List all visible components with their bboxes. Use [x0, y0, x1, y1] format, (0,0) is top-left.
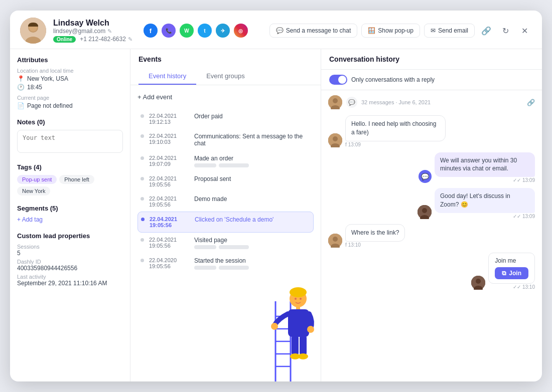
event-dot — [141, 177, 144, 180]
svg-rect-20 — [300, 335, 307, 355]
event-subtag — [219, 266, 249, 270]
reply-toggle[interactable] — [329, 75, 347, 85]
telegram-icon[interactable]: ✈ — [216, 24, 230, 38]
page-icon: 📄 — [17, 102, 25, 109]
event-item-made-order[interactable]: 22.04.202119:07:09 Made an order — [137, 151, 314, 171]
edit-email-icon[interactable]: ✎ — [107, 28, 112, 35]
session-messages: 32 messages · June 6, 2021 — [361, 99, 431, 105]
toggle-label: Only conversations with a reply — [351, 76, 435, 83]
msg-time-4: f 13:10 — [345, 242, 405, 248]
send-message-button[interactable]: 💬 Send a message to chat — [269, 24, 357, 38]
location-value: 📍 New York, USA — [17, 75, 123, 82]
viber-icon[interactable]: 📞 — [162, 24, 176, 38]
event-item-visited-page[interactable]: 22.04.202119:05:56 Visited page — [137, 233, 314, 253]
conversation-title: Conversation history — [329, 55, 399, 63]
svg-point-24 — [333, 98, 338, 103]
app-window: Lindsay Welch lindsey@gmail.com ✎ Online… — [10, 11, 542, 381]
tags-container: Pop-up sent Phone left New York — [17, 175, 123, 195]
event-dot — [141, 134, 144, 138]
add-event-button[interactable]: + Add event — [137, 90, 314, 104]
send-email-button[interactable]: ✉ Send email — [424, 24, 475, 38]
msg-time-3: ✓✓ 13:09 — [435, 214, 535, 219]
notes-input[interactable] — [17, 130, 123, 153]
segments-section: Segments (5) + Add tag — [17, 205, 123, 223]
whatsapp-icon[interactable]: W — [180, 24, 194, 38]
event-subtag — [194, 245, 216, 249]
join-icon: ⧉ — [502, 270, 506, 277]
session-link-icon[interactable]: 🔗 — [527, 99, 535, 106]
tag-phone-left[interactable]: Phone left — [59, 175, 94, 184]
event-dot — [141, 259, 144, 262]
tag-new-york[interactable]: New York — [17, 186, 50, 195]
event-subtag — [194, 163, 216, 167]
show-popup-button[interactable]: 🪟 Show pop-up — [361, 24, 420, 38]
svg-point-36 — [476, 279, 481, 284]
link-icon[interactable]: 🔗 — [479, 23, 494, 38]
sidebar: Attributes Location and local time 📍 New… — [10, 49, 130, 381]
svg-point-14 — [300, 298, 302, 300]
event-subtag — [219, 163, 249, 167]
current-page-value: 📄 Page not defined — [17, 102, 123, 109]
toggle-thumb — [338, 76, 346, 84]
svg-rect-16 — [288, 309, 309, 337]
custom-props-section: Custom lead properties Sessions 5 Dashly… — [17, 232, 123, 287]
toggle-row: Only conversations with a reply — [321, 70, 542, 90]
event-list: 22.04.202119:12:13 Order paid 22.04.2021… — [137, 109, 314, 274]
prop-sessions: Sessions 5 — [17, 244, 123, 257]
msg-row-join: Join me ⧉ Join ✓✓ 13:10 — [328, 253, 535, 290]
edit-phone-icon[interactable]: ✎ — [128, 36, 132, 43]
event-item-order-paid[interactable]: 22.04.202119:12:13 Order paid — [137, 109, 314, 129]
message-bubble-4: Where is the link? — [345, 224, 405, 242]
join-card-text: Join me — [495, 257, 528, 264]
events-panel: Events Event history Event groups + Add … — [130, 49, 321, 381]
message-bubble-2: We will answer you within 30 minutes via… — [435, 152, 535, 177]
instagram-icon[interactable]: ◎ — [234, 24, 248, 38]
facebook-icon[interactable]: f — [144, 24, 158, 38]
event-item-demo-made[interactable]: 22.04.202119:05:56 Demo made — [137, 191, 314, 212]
svg-rect-19 — [292, 335, 299, 355]
header-actions: 💬 Send a message to chat 🪟 Show pop-up ✉… — [269, 23, 532, 38]
message-group-4: Where is the link? f 13:10 — [328, 224, 535, 248]
event-dot — [141, 197, 144, 201]
agent-icon-1: 💬 — [419, 170, 432, 183]
event-subtag — [194, 266, 216, 270]
event-item-started-session[interactable]: 22.04.202019:05:56 Started the session — [137, 253, 314, 274]
message-group-5: Join me ⧉ Join ✓✓ 13:10 — [328, 253, 535, 290]
event-item-clicked-schedule[interactable]: 22.04.202119:05:56 Clicked on 'Schedule … — [137, 212, 314, 233]
conversation-header: Conversation history — [321, 49, 542, 70]
attributes-title: Attributes — [17, 56, 123, 64]
location-label: Location and local time — [17, 68, 123, 74]
svg-point-11 — [290, 290, 307, 307]
chat-bubble-icon: 💬 — [346, 97, 357, 108]
segments-title: Segments (5) — [17, 205, 123, 212]
events-body: + Add event 22.04.202119:12:13 Order pai… — [130, 85, 321, 381]
msg-time-1: f 13:09 — [345, 142, 446, 147]
svg-point-30 — [422, 208, 427, 213]
message-group-2: We will answer you within 30 minutes via… — [328, 152, 535, 183]
main-content: Attributes Location and local time 📍 New… — [10, 49, 542, 381]
tag-popup-sent[interactable]: Pop-up sent — [17, 175, 57, 184]
svg-point-27 — [333, 136, 338, 141]
refresh-icon[interactable]: ↻ — [498, 23, 513, 38]
social-icons: f 📞 W t ✈ ◎ — [144, 24, 248, 38]
msg-row-user1: Hello. I need help with choosing a fare)… — [328, 115, 535, 147]
events-tabs: Event history Event groups — [139, 68, 313, 85]
twitter-icon[interactable]: t — [198, 24, 212, 38]
source-badge-f: f — [345, 142, 347, 147]
message-bubble-3: Good day! Let's discuss in Zoom? 😊 — [435, 188, 535, 213]
svg-point-13 — [295, 298, 297, 300]
event-item-proposal-sent[interactable]: 22.04.202119:05:56 Proposal sent — [137, 171, 314, 191]
close-icon[interactable]: ✕ — [517, 23, 532, 38]
svg-rect-15 — [296, 306, 300, 310]
events-panel-header: Events Event history Event groups — [130, 49, 321, 85]
tab-event-history[interactable]: Event history — [139, 68, 196, 85]
msg-row-user2: Where is the link? f 13:10 — [328, 224, 535, 248]
user-info: Lindsay Welch lindsey@gmail.com ✎ Online… — [53, 19, 132, 43]
add-tag-button[interactable]: + Add tag — [17, 216, 123, 223]
join-button[interactable]: ⧉ Join — [495, 267, 528, 279]
event-item-communications[interactable]: 22.04.202119:10:03 Communications: Sent … — [137, 129, 314, 151]
prop-dashly-id: Dashly ID 400335980944426556 — [17, 259, 123, 272]
time-value: 🕐 18:45 — [17, 84, 123, 91]
tab-event-groups[interactable]: Event groups — [196, 68, 255, 85]
tags-title: Tags (4) — [17, 163, 123, 171]
